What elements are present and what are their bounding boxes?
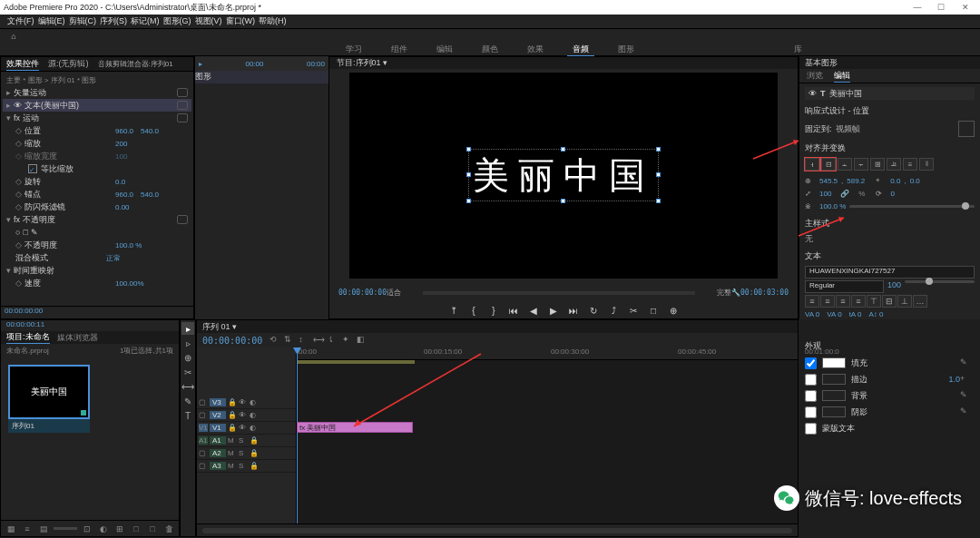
- lock-icon[interactable]: 🔒: [228, 424, 237, 432]
- slider-thumb[interactable]: [962, 202, 969, 210]
- fx-uniform[interactable]: 等比缩放: [3, 162, 191, 175]
- para-bot[interactable]: ⊥: [897, 295, 912, 308]
- razor-tool[interactable]: ✂: [181, 366, 194, 378]
- find-icon[interactable]: ⊞: [113, 523, 126, 535]
- pos-y[interactable]: 589.2: [847, 177, 865, 185]
- style-value[interactable]: 无: [805, 233, 975, 245]
- btn-in[interactable]: {: [467, 305, 480, 318]
- playhead[interactable]: [297, 347, 298, 523]
- target-icon[interactable]: ▢: [199, 449, 208, 457]
- mute-btn[interactable]: M: [228, 436, 237, 445]
- tl-settings-icon[interactable]: ✦: [342, 335, 353, 346]
- val-x[interactable]: 960.0: [115, 127, 133, 135]
- fx-opacity-head[interactable]: ▾fx 不透明度: [3, 213, 191, 226]
- eg-tab-browse[interactable]: 浏览: [807, 70, 823, 82]
- anc-x[interactable]: 0.0: [890, 177, 900, 185]
- menu-view[interactable]: 视图(V): [195, 15, 222, 27]
- auto-icon[interactable]: ◐: [97, 523, 110, 535]
- slip-tool[interactable]: ⟷: [181, 380, 194, 393]
- ws-tab-assembly[interactable]: 组件: [386, 44, 413, 55]
- freeform-view-icon[interactable]: ▤: [37, 523, 50, 535]
- track-a3-head[interactable]: ▢A3MS🔒: [197, 460, 296, 473]
- mask-ellipse-icon[interactable]: ○: [15, 228, 20, 237]
- ws-tab-learn[interactable]: 学习: [340, 44, 368, 55]
- fx-speed[interactable]: ◇速度100.00%: [3, 277, 191, 289]
- mute-btn[interactable]: M: [228, 462, 237, 470]
- reset-icon[interactable]: [177, 113, 188, 122]
- sort-icon[interactable]: ⊡: [81, 523, 93, 535]
- fx-text-layer[interactable]: ▸👁文本(美丽中国): [3, 99, 191, 112]
- proj-tab-media[interactable]: 媒体浏览器: [57, 332, 98, 344]
- kf-icon[interactable]: ◇: [15, 177, 22, 186]
- program-tc-right[interactable]: 00:00:03:00: [740, 289, 789, 297]
- para-justify[interactable]: ≡: [851, 295, 866, 308]
- track-v2-head[interactable]: ▢V2🔒👁◐: [197, 409, 296, 422]
- kerning[interactable]: VA 0: [827, 310, 841, 318]
- fx-scale[interactable]: ◇缩放200: [3, 137, 191, 150]
- track-a1-head[interactable]: A1A1MS🔒: [197, 435, 296, 447]
- minimize-button[interactable]: —: [906, 3, 928, 12]
- mute-btn[interactable]: M: [228, 449, 237, 457]
- track-label[interactable]: A1: [210, 436, 226, 445]
- align-right-btn[interactable]: ⫠: [838, 158, 852, 171]
- trash-icon[interactable]: 🗑: [162, 523, 175, 535]
- align-left-btn[interactable]: ⫞: [805, 158, 819, 171]
- align-bottom-btn[interactable]: ⫡: [887, 158, 901, 171]
- zoom-slider[interactable]: [54, 523, 77, 535]
- slider-thumb[interactable]: [926, 278, 933, 285]
- track-v3-head[interactable]: ▢V3🔒👁◐: [197, 396, 296, 409]
- fx-tab-source[interactable]: 源:(无剪辑): [48, 58, 89, 70]
- fx-anchor[interactable]: ◇锚点960.0540.0: [3, 188, 191, 201]
- lock-icon[interactable]: 🔒: [250, 449, 259, 457]
- font-size[interactable]: 100: [887, 280, 901, 293]
- shadow-check[interactable]: [805, 406, 817, 418]
- maximize-button[interactable]: ☐: [930, 3, 952, 12]
- title-text[interactable]: 美丽中国: [473, 151, 654, 201]
- mask-pen-icon[interactable]: ✎: [31, 228, 38, 237]
- ws-tab-graphics[interactable]: 图形: [612, 44, 640, 55]
- btn-out[interactable]: }: [487, 305, 500, 318]
- target-icon[interactable]: V1: [199, 424, 208, 432]
- track-label[interactable]: V3: [210, 398, 226, 406]
- bg-swatch[interactable]: [822, 390, 846, 401]
- stroke-swatch[interactable]: [822, 374, 846, 385]
- program-quality[interactable]: 完整: [717, 288, 731, 298]
- home-icon[interactable]: ⌂: [7, 30, 20, 43]
- menu-clip[interactable]: 剪辑(C): [69, 15, 97, 27]
- eye-icon[interactable]: 👁: [239, 411, 248, 419]
- solo-btn[interactable]: S: [239, 436, 248, 445]
- para-right[interactable]: ≡: [836, 295, 850, 308]
- tl-wrench-icon[interactable]: ⟷: [313, 335, 324, 346]
- btn-step-back[interactable]: ◀: [527, 305, 540, 318]
- fx-motion-head[interactable]: ▾fx 运动: [3, 112, 191, 124]
- wrench-icon[interactable]: 🔧: [731, 289, 740, 297]
- timeline-tracks[interactable]: 00:00 00:00:15:00 00:00:30:00 00:00:45:0…: [297, 347, 798, 523]
- handle-ne[interactable]: [656, 147, 661, 152]
- track-select-tool[interactable]: ▹: [181, 337, 194, 349]
- menu-edit[interactable]: 编辑(E): [38, 15, 65, 27]
- timeline-tab[interactable]: 序列 01 ▾: [202, 321, 237, 333]
- new-item-icon[interactable]: □: [146, 523, 159, 535]
- sync-icon[interactable]: ◐: [250, 424, 259, 432]
- fx-opacity[interactable]: ◇不透明度100.0 %: [3, 239, 191, 251]
- dist-h-btn[interactable]: ≡: [903, 158, 917, 171]
- fill-swatch[interactable]: [822, 357, 846, 368]
- align-top-btn[interactable]: ⫟: [854, 158, 868, 171]
- handle-e[interactable]: [656, 172, 661, 177]
- btn-mark-in[interactable]: ⤒: [447, 305, 460, 318]
- solo-btn[interactable]: S: [239, 462, 248, 470]
- target-icon[interactable]: ▢: [199, 411, 208, 419]
- fx-tab-mixer[interactable]: 音频剪辑混合器:序列01: [98, 59, 173, 69]
- handle-w[interactable]: [466, 172, 471, 177]
- eg-layer-row[interactable]: 👁 T 美丽中国: [805, 87, 975, 100]
- tracking[interactable]: VA 0: [805, 310, 819, 318]
- val[interactable]: 正常: [106, 253, 121, 263]
- val[interactable]: 0.0: [115, 178, 125, 186]
- link-icon[interactable]: 🔗: [840, 190, 849, 198]
- sequence-thumbnail[interactable]: 美丽中国: [8, 365, 90, 419]
- ws-tab-audio[interactable]: 音频: [567, 44, 594, 56]
- menu-sequence[interactable]: 序列(S): [100, 15, 127, 27]
- program-tab[interactable]: 节目:序列01 ▾: [337, 57, 387, 69]
- handle-sw[interactable]: [466, 199, 471, 203]
- timeline-tc[interactable]: 00:00:00:00: [202, 336, 262, 346]
